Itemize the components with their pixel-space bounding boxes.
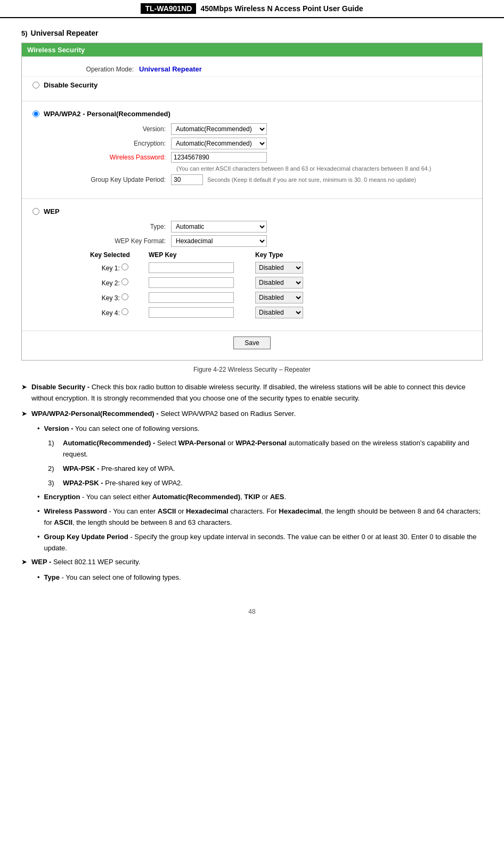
key2-input[interactable] xyxy=(149,277,234,288)
group-key-row: Group Key Update Period: Seconds (Keep i… xyxy=(64,174,461,185)
auto-recommended-text: Automatic(Recommended) - Select WPA-Pers… xyxy=(63,438,483,460)
wep-form-section: Type: Automatic Open System Shared Key W… xyxy=(32,219,472,322)
wpa2-psk-text: WPA2-PSK - Pre-shared key of WPA2. xyxy=(63,478,183,489)
encryption-row: Encryption: Automatic(Recommended) TKIP … xyxy=(64,138,461,149)
operation-mode-row: Operation Mode: Universal Repeater xyxy=(22,62,482,77)
num-2: 2) xyxy=(48,463,59,475)
key4-type-select[interactable]: Disabled 64bit 128bit 152bit xyxy=(255,307,303,318)
password-row: Wireless Password: xyxy=(64,152,461,163)
key1-input[interactable] xyxy=(149,262,234,273)
key4-selected: Key 4: xyxy=(86,305,144,320)
num-1: 1) xyxy=(48,438,59,460)
key2-type-select[interactable]: Disabled 64bit 128bit 152bit xyxy=(255,277,303,289)
page-header: TL-WA901ND 450Mbps Wireless N Access Poi… xyxy=(0,0,504,18)
key3-value xyxy=(144,290,251,305)
auto-recommended-bold: Automatic(Recommended) - xyxy=(63,439,155,447)
arrow-icon-3: ➤ xyxy=(21,557,27,568)
table-row: Key 2: Disabled 64bit xyxy=(86,275,307,290)
wpa2-psk-bold: WPA2-PSK - xyxy=(63,479,103,487)
table-row: Key 1: Disabled 64bit xyxy=(86,260,307,275)
wep-type-label: Type: xyxy=(64,223,171,230)
type-text: Type - You can select one of following t… xyxy=(44,572,181,583)
encryption-text: Encryption - You can select either Autom… xyxy=(44,492,287,503)
section-title: Universal Repeater xyxy=(31,29,99,37)
key1-selected: Key 1: xyxy=(86,260,144,275)
hex-bold-2: Hexadecimal xyxy=(279,507,321,515)
wep-section: WEP Type: Automatic Open System Shared K… xyxy=(22,203,482,326)
key4-input[interactable] xyxy=(149,307,234,318)
key3-radio[interactable] xyxy=(121,293,128,300)
wpa-section: WPA/WPA2 - Personal(Recommended) Version… xyxy=(22,106,482,194)
key3-type: Disabled 64bit 128bit 152bit xyxy=(251,290,307,305)
save-button[interactable]: Save xyxy=(233,337,270,349)
wep-key-header: WEP Key xyxy=(144,250,251,260)
wpa-psk-bold: WPA-PSK - xyxy=(63,464,99,472)
panel-body: Operation Mode: Universal Repeater Disab… xyxy=(22,57,482,360)
password-label: Wireless Password: xyxy=(64,154,171,161)
password-hint: (You can enter ASCII characters between … xyxy=(176,165,461,172)
wpa-radio-row: WPA/WPA2 - Personal(Recommended) xyxy=(32,110,472,118)
wep-format-label: WEP Key Format: xyxy=(64,237,171,245)
wpa-label: WPA/WPA2 - Personal(Recommended) xyxy=(44,110,170,118)
wpa-description: ➤ WPA/WPA2-Personal(Recommended) - Selec… xyxy=(21,409,483,420)
key3-type-select[interactable]: Disabled 64bit 128bit 152bit xyxy=(255,292,303,303)
tkip-bold: TKIP xyxy=(244,493,260,501)
wep-type-select[interactable]: Automatic Open System Shared Key xyxy=(171,221,267,233)
key4-type: Disabled 64bit 128bit 152bit xyxy=(251,305,307,320)
version-bullet: • Version - You can select one of follow… xyxy=(21,423,483,435)
version-select[interactable]: Automatic(Recommended) WPA-PSK WPA2-PSK xyxy=(171,123,267,135)
key-selected-header: Key Selected xyxy=(86,250,144,260)
encryption-label: Encryption: xyxy=(64,140,171,147)
key4-value xyxy=(144,305,251,320)
wep-type-row: Type: Automatic Open System Shared Key xyxy=(64,221,461,233)
wep-radio[interactable] xyxy=(32,208,39,215)
group-key-hint: Seconds (Keep it default if you are not … xyxy=(207,177,416,183)
wpa-radio[interactable] xyxy=(32,110,39,117)
bullet-icon-3: • xyxy=(37,506,40,528)
arrow-icon-2: ➤ xyxy=(21,409,27,420)
page-content: 5) Universal Repeater Wireless Security … xyxy=(0,18,504,603)
password-input[interactable] xyxy=(171,152,267,163)
key1-radio[interactable] xyxy=(121,263,128,270)
key1-type-select[interactable]: Disabled 64bit 128bit 152bit xyxy=(255,262,303,274)
wpa-psk-text: WPA-PSK - Pre-shared key of WPA. xyxy=(63,463,175,475)
key2-type: Disabled 64bit 128bit 152bit xyxy=(251,275,307,290)
key3-input[interactable] xyxy=(149,292,234,303)
wpa-psk-item: 2) WPA-PSK - Pre-shared key of WPA. xyxy=(21,463,483,475)
table-row: Key 3: Disabled 64bit xyxy=(86,290,307,305)
wpa2-personal-bold: WPA2-Personal xyxy=(235,439,287,447)
version-text: Version - You can select one of followin… xyxy=(44,423,200,435)
wep-key-table: Key Selected WEP Key Key Type Key 1: xyxy=(86,250,307,320)
hex-bold: Hexadecimal xyxy=(186,507,229,515)
wpa2-psk-item: 3) WPA2-PSK - Pre-shared key of WPA2. xyxy=(21,478,483,489)
disable-security-label: Disable Security xyxy=(44,81,97,89)
wep-format-select[interactable]: Hexadecimal ASCII xyxy=(171,235,267,247)
group-key-bullet: • Group Key Update Period - Specify the … xyxy=(21,532,483,554)
wep-text: WEP - Select 802.11 WEP security. xyxy=(31,557,140,568)
wep-bold: WEP - xyxy=(31,558,51,566)
page-number: 48 xyxy=(248,608,255,615)
key1-type: Disabled 64bit 128bit 152bit xyxy=(251,260,307,275)
disable-security-bold: Disable Security - xyxy=(31,383,90,391)
section-num: 5) xyxy=(21,29,28,37)
wpa-form-section: Version: Automatic(Recommended) WPA-PSK … xyxy=(32,121,472,190)
save-row: Save xyxy=(22,331,482,355)
key4-radio[interactable] xyxy=(121,308,128,315)
wpa-bold: WPA/WPA2-Personal(Recommended) - xyxy=(31,410,159,418)
page-footer: 48 xyxy=(0,603,504,621)
arrow-icon: ➤ xyxy=(21,382,27,404)
encryption-select[interactable]: Automatic(Recommended) TKIP AES xyxy=(171,138,267,149)
key1-value xyxy=(144,260,251,275)
key2-radio[interactable] xyxy=(121,278,128,285)
group-key-input[interactable] xyxy=(171,174,203,185)
wpa-personal-bold: WPA-Personal xyxy=(178,439,226,447)
aes-bold: AES xyxy=(270,493,284,501)
figure-caption: Figure 4-22 Wireless Security – Repeater xyxy=(21,366,483,373)
panel-header: Wireless Security xyxy=(22,43,482,57)
encryption-bullet: • Encryption - You can select either Aut… xyxy=(21,492,483,503)
wep-description: ➤ WEP - Select 802.11 WEP security. xyxy=(21,557,483,568)
header-title: 450Mbps Wireless N Access Point User Gui… xyxy=(200,4,363,13)
disable-security-radio[interactable] xyxy=(32,82,39,89)
num-3: 3) xyxy=(48,478,59,489)
disable-security-description: ➤ Disable Security - Check this box radi… xyxy=(21,382,483,404)
